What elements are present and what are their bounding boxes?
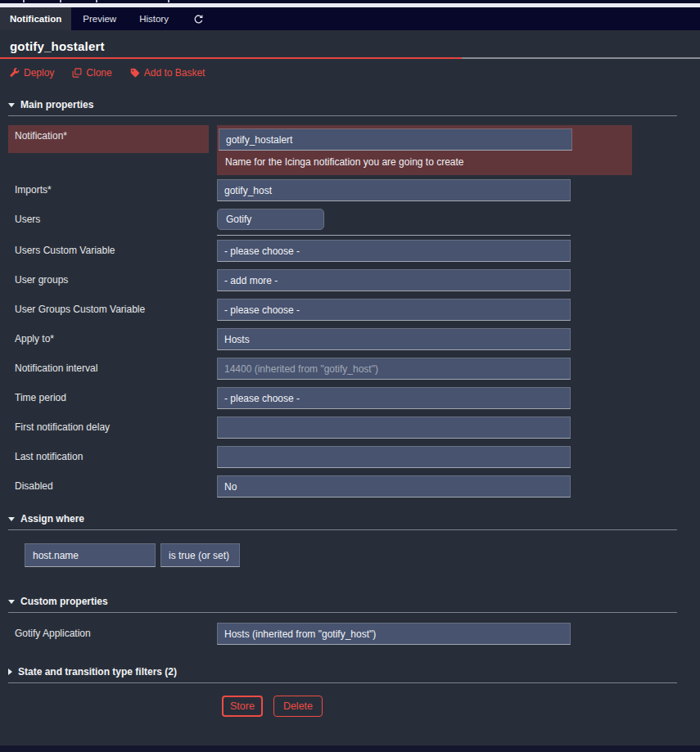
page-title: gotify_hostalert	[10, 39, 690, 53]
form-row-gotify-application: Gotify Application Hosts (inherited from…	[8, 623, 700, 645]
form-row-users: Users Gotify	[8, 209, 700, 236]
collapse-triangle-icon	[8, 600, 15, 604]
page-header: gotify_hostalert	[0, 30, 700, 59]
field-label: Disabled	[8, 475, 209, 497]
disabled-select[interactable]: No	[217, 475, 571, 498]
form-row-user-groups-custom-variable: User Groups Custom Variable - please cho…	[8, 299, 700, 321]
deploy-label: Deploy	[24, 67, 54, 79]
cutoff-text-fragment	[23, 0, 25, 2]
tag-icon	[130, 68, 140, 78]
form-row-apply-to: Apply to* Hosts	[8, 328, 700, 350]
form-row-first-notification-delay: First notification delay	[8, 417, 700, 439]
form-buttons: Store Delete	[222, 696, 700, 717]
users-custom-variable-select[interactable]: - please choose -	[217, 240, 571, 262]
wrench-icon	[10, 68, 20, 78]
field-label: Last notification	[8, 446, 209, 467]
first-notification-delay-input[interactable]	[217, 417, 571, 439]
notification-form: Notification* Name for the Icinga notifi…	[0, 125, 700, 498]
form-row-notification: Notification* Name for the Icinga notifi…	[8, 125, 700, 175]
section-custom-properties[interactable]: Custom properties	[8, 596, 677, 613]
section-assign-where[interactable]: Assign where	[8, 513, 677, 530]
expand-triangle-icon	[8, 669, 12, 675]
section-main-properties[interactable]: Main properties	[8, 99, 677, 116]
field-label: User groups	[8, 269, 209, 290]
field-label: Users	[8, 209, 209, 230]
imports-input[interactable]	[217, 179, 571, 201]
store-button[interactable]: Store	[222, 696, 263, 717]
form-row-time-period: Time period - please choose -	[8, 387, 700, 409]
last-notification-input[interactable]	[217, 446, 571, 468]
filter-property-input[interactable]	[25, 543, 156, 567]
user-groups-select[interactable]: - add more -	[217, 269, 571, 291]
field-label: First notification delay	[8, 417, 209, 438]
section-state-transition-filters[interactable]: State and transition type filters (2)	[8, 666, 677, 683]
tab-bar: Notification Preview History	[0, 7, 700, 30]
field-label: Users Custom Variable	[8, 240, 209, 261]
collapse-triangle-icon	[8, 517, 15, 521]
time-period-select[interactable]: - please choose -	[217, 387, 571, 409]
section-title: Assign where	[20, 513, 84, 525]
form-row-users-custom-variable: Users Custom Variable - please choose -	[8, 240, 700, 262]
tab-history[interactable]: History	[128, 7, 180, 30]
cutoff-text-fragment	[96, 0, 97, 2]
form-row-last-notification: Last notification	[8, 446, 700, 468]
apply-to-select[interactable]: Hosts	[217, 328, 571, 350]
action-links: Deploy Clone Add to Basket	[0, 59, 700, 82]
refresh-icon[interactable]	[185, 7, 212, 30]
assign-filter-row: is true (or set)	[25, 543, 700, 567]
gotify-application-select[interactable]: Hosts (inherited from "gotify_host")	[217, 623, 571, 645]
field-label: Gotify Application	[8, 623, 209, 644]
add-to-basket-label: Add to Basket	[144, 67, 205, 79]
bottom-bar	[0, 745, 700, 752]
highlighted-field-area: Name for the Icinga notification you are…	[217, 125, 632, 175]
field-label: Time period	[8, 387, 209, 408]
add-to-basket-link[interactable]: Add to Basket	[130, 67, 205, 79]
form-row-notification-interval: Notification interval	[8, 358, 700, 380]
filter-operator-select[interactable]: is true (or set)	[160, 543, 240, 567]
cutoff-text-fragment	[168, 0, 169, 2]
clone-link[interactable]: Clone	[72, 67, 111, 79]
form-row-user-groups: User groups - add more -	[8, 269, 700, 291]
section-title: Main properties	[20, 99, 93, 110]
field-label: Imports*	[8, 179, 209, 200]
user-groups-custom-variable-select[interactable]: - please choose -	[217, 299, 571, 321]
topbar-cutoff	[0, 0, 700, 3]
tab-preview[interactable]: Preview	[71, 7, 128, 30]
field-label: User Groups Custom Variable	[8, 299, 209, 320]
field-label: Apply to*	[8, 328, 209, 349]
cutoff-text-fragment	[60, 0, 61, 2]
users-select[interactable]: Gotify	[217, 209, 324, 230]
notification-interval-input[interactable]	[217, 358, 571, 380]
field-hint: Name for the Icinga notification you are…	[219, 151, 632, 168]
field-label: Notification interval	[8, 358, 209, 379]
delete-button[interactable]: Delete	[273, 696, 323, 717]
form-row-disabled: Disabled No	[8, 475, 700, 498]
clone-label: Clone	[86, 67, 111, 79]
section-title: State and transition type filters (2)	[18, 666, 177, 678]
field-label: Notification*	[8, 125, 209, 153]
form-row-imports: Imports*	[8, 179, 700, 201]
section-title: Custom properties	[20, 596, 108, 607]
notification-name-input[interactable]	[219, 128, 572, 151]
collapse-triangle-icon	[8, 103, 15, 107]
field-separator	[217, 235, 571, 236]
tab-notification[interactable]: Notification	[0, 7, 71, 30]
clone-icon	[72, 68, 82, 78]
deploy-link[interactable]: Deploy	[10, 67, 54, 79]
